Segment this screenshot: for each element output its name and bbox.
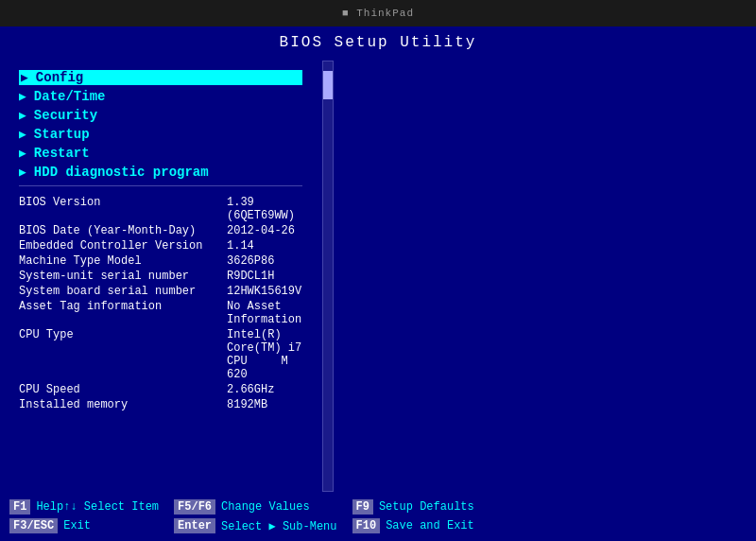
menu-arrow-datetime: ▶ — [19, 89, 26, 104]
status-item-f5f6: F5/F6 Change Values — [174, 499, 336, 515]
info-key-serial-board: System board serial number — [19, 285, 227, 298]
scrollbar-track[interactable] — [322, 61, 334, 492]
info-val-bios-date: 2012-04-26 — [227, 224, 295, 237]
menu-arrow-startup: ▶ — [19, 127, 26, 142]
status-desc-save: Save and Exit — [386, 519, 474, 532]
logo-text: ■ ThinkPad — [342, 8, 414, 19]
info-key-cpu-speed: CPU Speed — [19, 383, 227, 396]
status-key-f5f6: F5/F6 — [174, 499, 215, 515]
menu-arrow-security: ▶ — [19, 108, 26, 123]
status-desc-help: Help↑↓ Select Item — [36, 500, 159, 514]
status-bar-left: F1 Help↑↓ Select Item F3/ESC Exit F5/F6 … — [0, 492, 756, 541]
info-key-bios-date: BIOS Date (Year-Month-Day) — [19, 224, 227, 237]
left-panel: ▶ Config ▶ Date/Time ▶ Security ▶ Startu… — [0, 57, 321, 492]
status-bar: F1 Help↑↓ Select Item F3/ESC Exit F5/F6 … — [0, 492, 756, 541]
info-key-bios-version: BIOS Version — [19, 196, 227, 222]
menu-label-restart: Restart — [34, 146, 90, 161]
menu-item-security[interactable]: ▶ Security — [19, 108, 302, 123]
info-key-asset-tag: Asset Tag information — [19, 300, 227, 326]
status-col-f5-enter: F5/F6 Change Values Enter Select ▶ Sub-M… — [174, 499, 336, 533]
divider — [19, 185, 302, 186]
scrollbar-panel — [321, 57, 335, 492]
status-desc-change: Change Values — [221, 500, 310, 514]
scrollbar-thumb[interactable] — [323, 71, 333, 99]
menu-arrow-config: ▶ — [21, 70, 28, 85]
menu-item-startup[interactable]: ▶ Startup — [19, 127, 302, 142]
info-row-cpu-type: CPU Type Intel(R) Core(TM) i7 CPU M 620 — [19, 328, 302, 381]
status-select-item: Select Item — [84, 500, 159, 514]
status-col-f1-f3: F1 Help↑↓ Select Item F3/ESC Exit — [9, 499, 159, 533]
info-val-ec-version: 1.14 — [227, 239, 254, 253]
bios-title: BIOS Setup Utility — [280, 34, 477, 51]
info-row-cpu-speed: CPU Speed 2.66GHz — [19, 383, 302, 396]
bios-content: ▶ Config ▶ Date/Time ▶ Security ▶ Startu… — [0, 57, 756, 492]
info-val-serial-board: 12HWK15619V — [227, 285, 301, 298]
status-key-f10: F10 — [352, 518, 381, 533]
status-col-f9-f10: F9 Setup Defaults F10 Save and Exit — [352, 499, 474, 533]
info-row-serial-unit: System-unit serial number R9DCL1H — [19, 270, 302, 283]
menu-item-hdd[interactable]: ▶ HDD diagnostic program — [19, 165, 302, 180]
menu-label-config: Config — [36, 70, 83, 85]
info-row-machine-type: Machine Type Model 3626P86 — [19, 254, 302, 268]
status-key-f1: F1 — [9, 499, 30, 515]
menu-arrow-hdd: ▶ — [19, 165, 26, 180]
info-row-asset-tag: Asset Tag information No Asset Informati… — [19, 300, 302, 326]
info-val-cpu-type: Intel(R) Core(TM) i7 CPU M 620 — [227, 328, 302, 381]
info-key-memory: Installed memory — [19, 398, 227, 411]
info-val-memory: 8192MB — [227, 398, 267, 411]
info-row-serial-board: System board serial number 12HWK15619V — [19, 285, 302, 298]
info-val-bios-version: 1.39 (6QET69WW) — [227, 196, 302, 222]
bios-container: BIOS Setup Utility ▶ Config ▶ Date/Time … — [0, 26, 756, 541]
info-val-asset-tag: No Asset Information — [227, 300, 302, 326]
info-row-bios-date: BIOS Date (Year-Month-Day) 2012-04-26 — [19, 224, 302, 237]
menu-label-startup: Startup — [34, 127, 90, 142]
info-key-ec-version: Embedded Controller Version — [19, 239, 227, 253]
top-bezel: ■ ThinkPad — [0, 0, 756, 26]
info-val-serial-unit: R9DCL1H — [227, 270, 274, 283]
info-key-serial-unit: System-unit serial number — [19, 270, 227, 283]
status-item-f1: F1 Help↑↓ Select Item — [9, 499, 159, 515]
status-key-f3esc: F3/ESC — [9, 518, 58, 533]
status-desc-defaults: Setup Defaults — [379, 500, 474, 514]
info-section: BIOS Version 1.39 (6QET69WW) BIOS Date (… — [19, 196, 302, 411]
status-desc-exit: Exit — [63, 519, 91, 532]
status-desc-submenu: Select ▶ Sub-Menu — [221, 519, 336, 533]
menu-label-security: Security — [34, 108, 97, 123]
menu-item-config[interactable]: ▶ Config — [19, 70, 302, 85]
menu-label-datetime: Date/Time — [34, 89, 106, 104]
info-key-machine-type: Machine Type Model — [19, 254, 227, 268]
status-item-enter: Enter Select ▶ Sub-Menu — [174, 518, 336, 533]
status-key-f9: F9 — [352, 499, 373, 515]
info-row-bios-version: BIOS Version 1.39 (6QET69WW) — [19, 196, 302, 222]
info-val-cpu-speed: 2.66GHz — [227, 383, 274, 396]
status-key-enter: Enter — [174, 518, 215, 533]
status-item-f10: F10 Save and Exit — [352, 518, 474, 533]
status-item-f3esc: F3/ESC Exit — [9, 518, 159, 533]
menu-item-restart[interactable]: ▶ Restart — [19, 146, 302, 161]
info-key-cpu-type: CPU Type — [19, 328, 227, 381]
info-val-machine-type: 3626P86 — [227, 254, 274, 268]
bios-title-bar: BIOS Setup Utility — [0, 26, 756, 57]
menu-label-hdd: HDD diagnostic program — [34, 165, 209, 180]
menu-item-datetime[interactable]: ▶ Date/Time — [19, 89, 302, 104]
status-item-f9: F9 Setup Defaults — [352, 499, 474, 515]
info-row-ec-version: Embedded Controller Version 1.14 — [19, 239, 302, 253]
menu-arrow-restart: ▶ — [19, 146, 26, 161]
info-row-memory: Installed memory 8192MB — [19, 398, 302, 411]
